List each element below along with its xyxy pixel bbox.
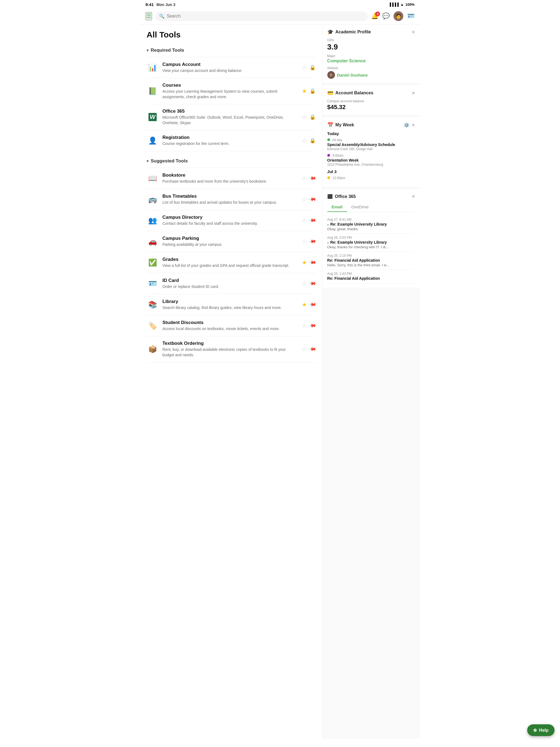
academic-profile-advisor-label: Advisor [327, 66, 415, 70]
tool-name-library: Library [162, 299, 298, 304]
page-title: All Tools [147, 30, 315, 40]
academic-profile-major: Computer Science [327, 58, 415, 63]
office365-close-button[interactable]: ✕ [411, 194, 415, 199]
email-item-2: Aug 26, 3:53 PM Re: Example University L… [327, 233, 415, 252]
pin-student-discounts: 📌 [308, 321, 316, 330]
star-id-card[interactable]: ☆ [302, 280, 307, 287]
pin-textbook-ordering: 📌 [308, 345, 316, 354]
tool-name-campus-parking: Campus Parking [162, 236, 298, 241]
today-label: Today [327, 131, 415, 136]
suggested-tools-list: 📖 Bookstore Purchase textbooks and more … [147, 168, 315, 362]
pin-library: 📌 [308, 301, 316, 309]
tool-item-courses: 📗 Courses Access your Learning Managemen… [147, 78, 315, 104]
academic-profile-gpa: 3.9 [327, 43, 415, 51]
lock-courses: 🔒 [309, 88, 315, 94]
star-campus-directory[interactable]: ☆ [302, 217, 307, 224]
chat-button[interactable]: 💬 [382, 12, 390, 20]
star-library[interactable]: ★ [302, 301, 307, 308]
email-date-4: Aug 25, 1:43 PM [327, 272, 415, 276]
account-balances-close-button[interactable]: ✕ [411, 91, 415, 96]
lock-office365: 🔒 [309, 114, 315, 120]
week-event-2: 9:00am Orientation Week 1015 Philadelphi… [327, 154, 415, 166]
tool-desc-id-card: Order or replace Student ID card. [162, 284, 298, 289]
star-bus-timetables[interactable]: ☆ [302, 196, 307, 203]
tool-item-office365: W Office 365 Microsoft Office365 Suite: … [147, 104, 315, 130]
star-textbook-ordering[interactable]: ☆ [302, 346, 307, 353]
lock-registration: 🔒 [309, 137, 315, 144]
tool-name-office365: Office 365 [162, 108, 298, 114]
week-event-3: 12:00pm [327, 176, 415, 180]
my-week-settings-button[interactable]: ⚙️ [404, 123, 409, 128]
my-week-icon: 📅 [327, 122, 333, 128]
tool-name-textbook-ordering: Textbook Ordering [162, 341, 298, 346]
chevron-down-icon: ▾ [147, 48, 149, 52]
tool-desc-library: Search library catalog, find library gui… [162, 305, 298, 311]
star-bookstore[interactable]: ☆ [302, 175, 307, 182]
my-week-close-button[interactable]: ✕ [411, 123, 415, 128]
tool-desc-textbook-ordering: Rent, buy, or download available electro… [162, 347, 298, 358]
tool-icon-courses: 📗 [147, 85, 159, 97]
tool-desc-bus-timetables: List of bus timetables and arrival updat… [162, 200, 298, 205]
account-balances-icon: 💳 [327, 90, 333, 96]
suggested-tools-section-header[interactable]: ▾ Suggested Tools [147, 156, 315, 166]
star-courses[interactable]: ★ [302, 88, 307, 94]
tool-item-campus-account: 📊 Campus Account View your campus accoun… [147, 57, 315, 78]
tab-email[interactable]: Email [327, 202, 347, 212]
advisor-name: Daniel Dushane [337, 73, 368, 77]
lock-campus-account: 🔒 [309, 65, 315, 71]
tool-icon-office365: W [147, 111, 159, 123]
tool-item-campus-parking: 🚗 Campus Parking Parking availability at… [147, 231, 315, 252]
office365-icon: ⬛ [327, 194, 333, 199]
status-date: Mon Jun 3 [156, 2, 175, 7]
star-student-discounts[interactable]: ☆ [302, 323, 307, 329]
academic-profile-close-button[interactable]: ✕ [411, 29, 415, 35]
search-bar[interactable]: 🔍 [155, 11, 368, 21]
tool-desc-campus-directory: Contact details for faculty and staff ac… [162, 221, 298, 226]
tool-desc-courses: Access your Learning Management System t… [162, 89, 298, 100]
pin-id-card: 📌 [308, 279, 316, 288]
notification-badge: 3 [375, 11, 380, 17]
email-item-4: Aug 25, 1:43 PM Re: Financial Aid Applic… [327, 269, 415, 284]
tool-desc-campus-parking: Parking availability at your campus. [162, 242, 298, 248]
star-office365[interactable]: ☆ [302, 114, 307, 120]
tool-desc-student-discounts: Access local discounts on textbooks, mov… [162, 326, 298, 332]
balance-amount: $45.32 [327, 104, 415, 111]
tool-desc-registration: Course registration for the current term… [162, 141, 298, 147]
event-time-3: 12:00pm [332, 176, 345, 180]
required-tools-section-header[interactable]: ▾ Required Tools [147, 45, 315, 56]
tool-name-grades: Grades [162, 257, 298, 262]
header-icons: 🔔 3 💬 🧑 🪪 [371, 11, 414, 21]
tool-item-student-discounts: 🏷️ Student Discounts Access local discou… [147, 315, 315, 336]
battery-icon: 100% [406, 2, 414, 6]
tool-item-grades: ✅ Grades View a full-list of your grades… [147, 252, 315, 273]
star-grades[interactable]: ★ [302, 259, 307, 266]
tab-onedrive[interactable]: OneDrive [347, 202, 373, 212]
chevron-down-icon-2: ▾ [147, 159, 149, 163]
avatar: 🧑 [393, 11, 403, 21]
notifications-button[interactable]: 🔔 3 [371, 12, 378, 20]
tool-item-bus-timetables: 🚌 Bus Timetables List of bus timetables … [147, 189, 315, 210]
pin-bus-timetables: 📌 [308, 195, 316, 204]
required-tools-label: Required Tools [151, 48, 184, 53]
menu-button[interactable]: ☰ [146, 12, 152, 20]
star-campus-account[interactable]: ☆ [302, 64, 307, 71]
star-registration[interactable]: ☆ [302, 137, 307, 144]
academic-profile-major-label: Major [327, 54, 415, 58]
tool-name-courses: Courses [162, 83, 298, 88]
star-campus-parking[interactable]: ☆ [302, 238, 307, 245]
email-preview-1: Okay, great, thanks. [327, 227, 415, 231]
office365-tabs: Email OneDrive [327, 202, 415, 212]
email-date-2: Aug 26, 3:53 PM [327, 236, 415, 239]
search-input[interactable] [167, 14, 364, 19]
status-bar: 9:41 Mon Jun 3 ▐▐▐▐ ▲ 100% [140, 0, 420, 9]
required-tools-list: 📊 Campus Account View your campus accoun… [147, 57, 315, 151]
tool-item-registration: 👤 Registration Course registration for t… [147, 130, 315, 151]
academic-profile-title: Academic Profile [335, 29, 371, 34]
account-balances-title: Account Balances [335, 91, 374, 96]
event-dot-2 [327, 154, 330, 157]
tool-name-campus-account: Campus Account [162, 62, 298, 67]
tool-icon-registration: 👤 [147, 134, 159, 147]
email-sender-3: Re: Financial Aid Application [327, 258, 415, 262]
tool-name-registration: Registration [162, 135, 298, 140]
email-preview-2: Okay, thanks for checking with IT. I di.… [327, 245, 415, 249]
